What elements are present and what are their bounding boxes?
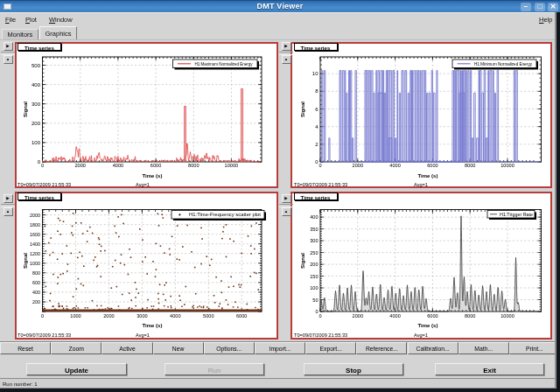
svg-text:400: 400	[32, 290, 40, 295]
svg-text:1000: 1000	[70, 313, 80, 318]
svg-text:150: 150	[310, 274, 318, 279]
svg-text:1000: 1000	[30, 261, 40, 266]
svg-text:T0=09/07/2009 21:55:33: T0=09/07/2009 21:55:33	[294, 182, 347, 187]
svg-text:6000: 6000	[427, 313, 438, 318]
svg-text:300: 300	[32, 102, 41, 107]
svg-text:4: 4	[315, 124, 318, 130]
svg-text:10000: 10000	[225, 163, 239, 168]
svg-text:1200: 1200	[30, 251, 40, 256]
svg-text:200: 200	[32, 299, 40, 304]
svg-text:5000: 5000	[203, 313, 214, 318]
svg-text:T0=09/07/2009 21:55:33: T0=09/07/2009 21:55:33	[18, 332, 71, 338]
svg-text:2000: 2000	[353, 163, 363, 168]
svg-text:Time (s): Time (s)	[418, 173, 438, 178]
svg-text:10: 10	[312, 71, 318, 76]
svg-text:H1:Minimum Normalized Energy: H1:Minimum Normalized Energy	[474, 62, 533, 66]
svg-text:0: 0	[315, 309, 318, 314]
svg-text:400: 400	[32, 82, 41, 88]
svg-text:0: 0	[41, 163, 44, 168]
svg-text:200: 200	[310, 262, 318, 267]
svg-text:6000: 6000	[150, 163, 161, 168]
svg-text:10000: 10000	[500, 163, 514, 168]
svg-text:Signal: Signal	[23, 102, 28, 117]
svg-text:1600: 1600	[30, 232, 40, 237]
svg-text:2: 2	[315, 142, 318, 147]
svg-text:600: 600	[32, 280, 40, 285]
svg-text:4000: 4000	[389, 313, 400, 318]
svg-text:2000: 2000	[353, 313, 363, 318]
svg-text:800: 800	[32, 270, 40, 276]
svg-text:4000: 4000	[113, 163, 123, 168]
svg-text:Avg=1: Avg=1	[136, 182, 150, 187]
svg-text:Signal: Signal	[23, 253, 28, 269]
svg-text:2000: 2000	[74, 163, 85, 168]
svg-text:6000: 6000	[427, 163, 438, 168]
svg-text:8000: 8000	[465, 163, 475, 168]
svg-text:0: 0	[318, 313, 321, 318]
svg-text:1400: 1400	[30, 242, 40, 247]
svg-text:50: 50	[312, 298, 318, 303]
svg-text:Time (s): Time (s)	[418, 323, 438, 328]
svg-text:T0=09/07/2009 21:55:33: T0=09/07/2009 21:55:33	[18, 182, 71, 187]
svg-text:6000: 6000	[236, 313, 247, 318]
svg-text:2000: 2000	[30, 213, 40, 218]
svg-text:8000: 8000	[188, 163, 199, 168]
svg-text:8: 8	[315, 88, 318, 94]
svg-text:Signal: Signal	[300, 253, 305, 269]
svg-text:400: 400	[310, 214, 318, 220]
svg-text:H1:Trigger Rate: H1:Trigger Rate	[500, 213, 533, 217]
svg-text:200: 200	[32, 121, 41, 126]
svg-text:100: 100	[310, 285, 318, 290]
svg-text:4000: 4000	[170, 313, 180, 318]
svg-text:0: 0	[41, 313, 44, 318]
svg-text:Time (s): Time (s)	[143, 173, 163, 178]
svg-text:300: 300	[310, 238, 318, 243]
svg-text:1800: 1800	[30, 222, 40, 228]
svg-text:250: 250	[310, 250, 318, 256]
svg-text:0: 0	[318, 163, 321, 168]
svg-text:Avg=1: Avg=1	[136, 332, 150, 338]
svg-text:2000: 2000	[103, 313, 114, 318]
svg-text:4000: 4000	[389, 163, 400, 168]
svg-text:350: 350	[310, 227, 318, 232]
svg-text:6: 6	[315, 107, 318, 112]
svg-text:Time (s): Time (s)	[143, 323, 163, 328]
svg-text:Avg=1: Avg=1	[414, 182, 428, 187]
svg-text:H1:Time-Frequency scatter plot: H1:Time-Frequency scatter plot	[189, 213, 262, 217]
svg-text:H1:Maximum Normalized Energy: H1:Maximum Normalized Energy	[195, 62, 254, 66]
svg-text:8000: 8000	[465, 313, 475, 318]
svg-text:T0=09/07/2009 21:55:33: T0=09/07/2009 21:55:33	[294, 332, 347, 338]
svg-text:500: 500	[32, 63, 41, 68]
svg-text:3000: 3000	[136, 313, 147, 318]
svg-text:100: 100	[32, 140, 41, 145]
svg-text:Signal: Signal	[300, 102, 305, 117]
svg-text:Avg=1: Avg=1	[414, 332, 428, 338]
svg-text:10000: 10000	[500, 313, 514, 318]
